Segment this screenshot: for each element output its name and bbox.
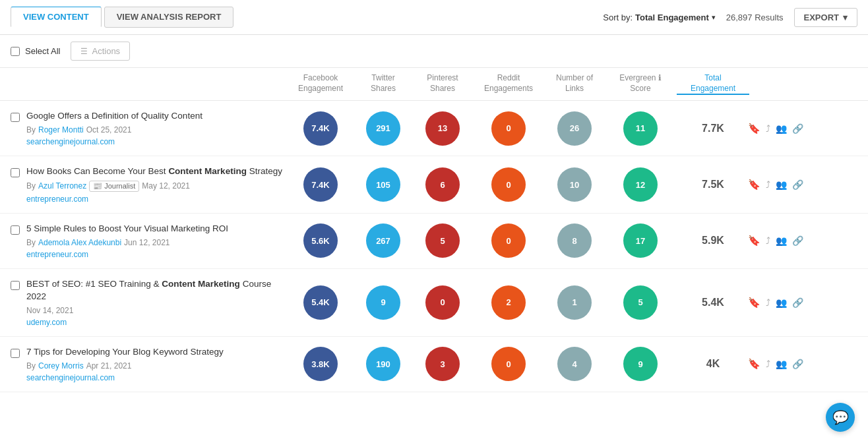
col-header-links: Number ofLinks [545, 73, 604, 95]
author-link[interactable]: Corey Morris [38, 361, 84, 371]
evergreen-circle: 5 [623, 285, 658, 320]
link-icon[interactable]: 🔗 [792, 359, 803, 369]
links-metric: 10 [545, 167, 604, 202]
share-icon[interactable]: ⤴ [766, 297, 770, 308]
domain-link[interactable]: searchenginejournal.com [26, 137, 115, 146]
evergreen-metric: 11 [604, 111, 677, 146]
article-info: How Books Can Become Your Best Content M… [26, 165, 288, 204]
bookmark-icon[interactable]: 🔖 [748, 179, 760, 191]
domain-link[interactable]: udemy.com [26, 318, 67, 327]
bookmark-icon[interactable]: 🔖 [748, 297, 760, 309]
domain-link[interactable]: entrepreneur.com [26, 194, 88, 204]
article-title: 5 Simple Rules to Boost Your Visual Mark… [26, 223, 288, 235]
twitter-circle: 9 [366, 285, 400, 320]
article-meta: By Roger Montti Oct 25, 2021 [26, 125, 288, 134]
pinterest-metric: 5 [413, 223, 472, 258]
twitter-circle: 291 [366, 111, 400, 146]
toolbar: Select All ☰ Actions [0, 35, 868, 68]
people-icon[interactable]: 👥 [776, 179, 787, 190]
people-icon[interactable]: 👥 [776, 235, 787, 246]
article-info: BEST of SEO: #1 SEO Training & Content M… [26, 278, 288, 327]
bookmark-icon[interactable]: 🔖 [748, 358, 760, 370]
share-icon[interactable]: ⤴ [766, 235, 770, 246]
pinterest-circle: 3 [425, 347, 460, 381]
link-icon[interactable]: 🔗 [792, 297, 803, 308]
col-header-pinterest: PinterestShares [413, 73, 472, 95]
article-cell: 7 Tips for Developing Your Blog Keyword … [11, 346, 288, 382]
sort-by[interactable]: Sort by: Total Engagement ▾ [603, 13, 716, 22]
total-engagement: 7.5K [677, 179, 749, 191]
link-icon[interactable]: 🔗 [792, 235, 803, 246]
article-title: Google Offers a Definition of Quality Co… [26, 110, 288, 123]
article-info: 5 Simple Rules to Boost Your Visual Mark… [26, 223, 288, 259]
facebook-circle: 3.8K [303, 347, 338, 381]
link-icon[interactable]: 🔗 [792, 179, 803, 190]
reddit-metric: 0 [472, 223, 545, 258]
row-checkbox[interactable] [11, 225, 20, 235]
share-icon[interactable]: ⤴ [766, 359, 770, 369]
author-link[interactable]: Ademola Alex Adekunbi [38, 238, 121, 247]
link-icon[interactable]: 🔗 [792, 123, 803, 134]
total-value: 5.9K [702, 235, 724, 247]
row-checkbox[interactable] [11, 168, 20, 177]
links-metric: 8 [545, 223, 604, 258]
row-checkbox[interactable] [11, 281, 20, 290]
article-cell: BEST of SEO: #1 SEO Training & Content M… [11, 278, 288, 327]
evergreen-circle: 9 [623, 347, 658, 381]
evergreen-circle: 17 [623, 223, 658, 258]
article-cell: How Books Can Become Your Best Content M… [11, 165, 288, 204]
evergreen-metric: 9 [604, 347, 677, 381]
twitter-metric: 291 [354, 111, 413, 146]
reddit-metric: 0 [472, 167, 545, 202]
row-checkbox[interactable] [11, 113, 20, 122]
domain-link[interactable]: entrepreneur.com [26, 250, 88, 259]
reddit-circle: 0 [491, 111, 526, 146]
people-icon[interactable]: 👥 [776, 297, 787, 308]
tab-view-content[interactable]: VIEW CONTENT [11, 7, 102, 28]
evergreen-circle: 12 [623, 167, 658, 202]
results-count: 26,897 Results [726, 13, 784, 22]
row-checkbox[interactable] [11, 349, 20, 358]
bookmark-icon[interactable]: 🔖 [748, 123, 760, 134]
share-icon[interactable]: ⤴ [766, 179, 770, 190]
total-value: 5.4K [702, 297, 724, 309]
table-row: 5 Simple Rules to Boost Your Visual Mark… [0, 214, 868, 269]
article-meta: Nov 14, 2021 [26, 306, 288, 315]
export-label: EXPORT [804, 13, 839, 22]
actions-button[interactable]: ☰ Actions [71, 42, 130, 61]
export-button[interactable]: EXPORT ▾ [794, 8, 857, 27]
pinterest-circle: 5 [425, 223, 460, 258]
table-row: Google Offers a Definition of Quality Co… [0, 101, 868, 156]
domain-link[interactable]: searchenginejournal.com [26, 373, 115, 382]
people-icon[interactable]: 👥 [776, 359, 787, 369]
pinterest-circle: 0 [425, 285, 460, 320]
chevron-down-icon: ▾ [712, 13, 716, 22]
author-link[interactable]: Roger Montti [38, 125, 84, 134]
twitter-metric: 105 [354, 167, 413, 202]
author-link[interactable]: Azul Terronez [38, 181, 86, 191]
tab-view-analysis[interactable]: VIEW ANALYSIS REPORT [104, 7, 234, 28]
col-header-total[interactable]: TotalEngagement [677, 73, 749, 95]
pinterest-metric: 13 [413, 111, 472, 146]
people-icon[interactable]: 👥 [776, 123, 787, 134]
reddit-metric: 0 [472, 347, 545, 381]
links-metric: 26 [545, 111, 604, 146]
col-header-twitter: TwitterShares [354, 73, 413, 95]
pinterest-circle: 13 [425, 111, 460, 146]
links-circle: 1 [557, 285, 592, 320]
actions-menu-icon: ☰ [80, 47, 88, 56]
reddit-metric: 0 [472, 111, 545, 146]
twitter-circle: 190 [366, 347, 400, 381]
facebook-circle: 7.4K [303, 167, 338, 202]
facebook-metric: 7.4K [288, 111, 354, 146]
col-header-actions [749, 73, 802, 95]
bookmark-icon[interactable]: 🔖 [748, 235, 760, 247]
facebook-circle: 7.4K [303, 111, 338, 146]
pinterest-circle: 6 [425, 167, 460, 202]
pinterest-metric: 0 [413, 285, 472, 320]
row-actions: 🔖 ⤴ 👥 🔗 [749, 235, 802, 247]
links-circle: 26 [557, 111, 592, 146]
share-icon[interactable]: ⤴ [766, 123, 770, 134]
links-circle: 4 [557, 347, 592, 381]
select-all-checkbox[interactable] [11, 47, 20, 56]
